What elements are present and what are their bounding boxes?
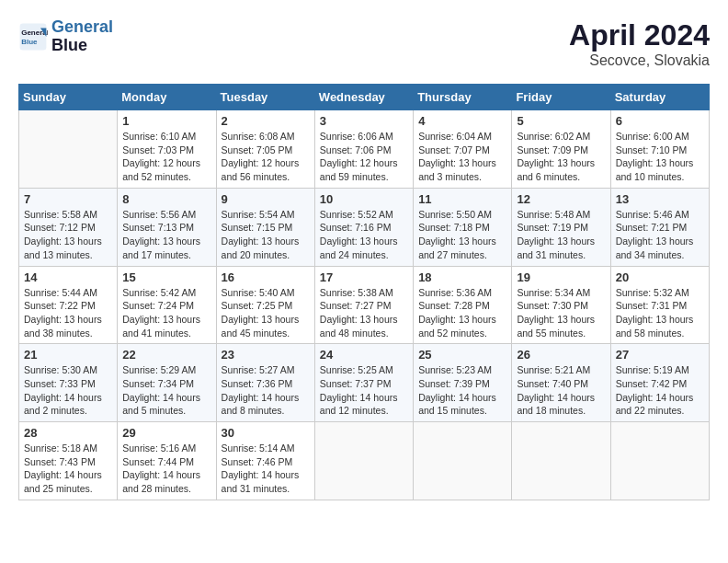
logo-text-line1: General bbox=[51, 18, 113, 37]
day-number: 13 bbox=[616, 192, 704, 206]
calendar-cell: 20Sunrise: 5:32 AMSunset: 7:31 PMDayligh… bbox=[610, 266, 709, 344]
calendar-week-row: 21Sunrise: 5:30 AMSunset: 7:33 PMDayligh… bbox=[19, 344, 710, 422]
day-number: 16 bbox=[222, 270, 310, 284]
day-info: Sunrise: 5:48 AMSunset: 7:19 PMDaylight:… bbox=[517, 208, 605, 262]
day-info: Sunrise: 6:10 AMSunset: 7:03 PMDaylight:… bbox=[122, 130, 210, 184]
svg-text:Blue: Blue bbox=[21, 38, 38, 46]
day-info: Sunrise: 5:50 AMSunset: 7:18 PMDaylight:… bbox=[418, 208, 506, 262]
title-block: April 2024 Secovce, Slovakia bbox=[569, 18, 710, 69]
day-info: Sunrise: 5:46 AMSunset: 7:21 PMDaylight:… bbox=[616, 208, 704, 262]
day-header-saturday: Saturday bbox=[610, 85, 709, 110]
day-info: Sunrise: 5:52 AMSunset: 7:16 PMDaylight:… bbox=[320, 208, 408, 262]
calendar-week-row: 7Sunrise: 5:58 AMSunset: 7:12 PMDaylight… bbox=[19, 188, 710, 266]
day-number: 30 bbox=[222, 426, 310, 440]
calendar-cell: 21Sunrise: 5:30 AMSunset: 7:33 PMDayligh… bbox=[19, 344, 118, 422]
day-number: 25 bbox=[418, 348, 506, 362]
calendar-cell: 5Sunrise: 6:02 AMSunset: 7:09 PMDaylight… bbox=[512, 110, 610, 189]
logo: General Blue General Blue bbox=[18, 18, 113, 55]
day-number: 29 bbox=[122, 426, 210, 440]
day-info: Sunrise: 5:44 AMSunset: 7:22 PMDaylight:… bbox=[24, 286, 112, 340]
day-info: Sunrise: 5:30 AMSunset: 7:33 PMDaylight:… bbox=[24, 363, 112, 418]
day-number: 9 bbox=[222, 192, 310, 206]
day-header-friday: Friday bbox=[512, 85, 610, 110]
calendar-cell: 23Sunrise: 5:27 AMSunset: 7:36 PMDayligh… bbox=[216, 344, 314, 422]
day-number: 7 bbox=[24, 192, 112, 206]
day-info: Sunrise: 5:36 AMSunset: 7:28 PMDaylight:… bbox=[418, 286, 506, 340]
day-header-thursday: Thursday bbox=[414, 85, 512, 110]
day-info: Sunrise: 5:23 AMSunset: 7:39 PMDaylight:… bbox=[418, 363, 506, 418]
day-info: Sunrise: 5:58 AMSunset: 7:12 PMDaylight:… bbox=[24, 208, 112, 262]
day-header-tuesday: Tuesday bbox=[216, 85, 314, 110]
day-info: Sunrise: 6:00 AMSunset: 7:10 PMDaylight:… bbox=[616, 130, 704, 184]
day-number: 20 bbox=[616, 270, 704, 284]
calendar-cell: 10Sunrise: 5:52 AMSunset: 7:16 PMDayligh… bbox=[314, 188, 413, 266]
calendar-cell bbox=[610, 422, 709, 500]
calendar-cell: 13Sunrise: 5:46 AMSunset: 7:21 PMDayligh… bbox=[610, 188, 709, 266]
calendar-cell: 26Sunrise: 5:21 AMSunset: 7:40 PMDayligh… bbox=[512, 344, 610, 422]
month-title: April 2024 bbox=[569, 18, 710, 52]
day-number: 6 bbox=[616, 114, 704, 128]
day-info: Sunrise: 5:21 AMSunset: 7:40 PMDaylight:… bbox=[517, 363, 605, 418]
day-info: Sunrise: 5:42 AMSunset: 7:24 PMDaylight:… bbox=[122, 286, 210, 340]
day-number: 15 bbox=[122, 270, 210, 284]
day-header-monday: Monday bbox=[118, 85, 216, 110]
calendar-header-row: SundayMondayTuesdayWednesdayThursdayFrid… bbox=[19, 85, 710, 110]
day-number: 22 bbox=[122, 348, 210, 362]
day-info: Sunrise: 6:06 AMSunset: 7:06 PMDaylight:… bbox=[320, 130, 408, 184]
calendar-cell: 12Sunrise: 5:48 AMSunset: 7:19 PMDayligh… bbox=[512, 188, 610, 266]
calendar-cell: 29Sunrise: 5:16 AMSunset: 7:44 PMDayligh… bbox=[118, 422, 216, 500]
day-info: Sunrise: 5:54 AMSunset: 7:15 PMDaylight:… bbox=[222, 208, 310, 262]
calendar-cell bbox=[414, 422, 512, 500]
calendar-cell: 8Sunrise: 5:56 AMSunset: 7:13 PMDaylight… bbox=[118, 188, 216, 266]
calendar-cell: 27Sunrise: 5:19 AMSunset: 7:42 PMDayligh… bbox=[610, 344, 709, 422]
day-number: 2 bbox=[222, 114, 310, 128]
day-number: 18 bbox=[418, 270, 506, 284]
calendar-cell: 3Sunrise: 6:06 AMSunset: 7:06 PMDaylight… bbox=[314, 110, 413, 189]
calendar-week-row: 1Sunrise: 6:10 AMSunset: 7:03 PMDaylight… bbox=[19, 110, 710, 189]
calendar-cell: 6Sunrise: 6:00 AMSunset: 7:10 PMDaylight… bbox=[610, 110, 709, 189]
day-number: 14 bbox=[24, 270, 112, 284]
calendar-cell: 9Sunrise: 5:54 AMSunset: 7:15 PMDaylight… bbox=[216, 188, 314, 266]
logo-icon: General Blue bbox=[18, 22, 48, 52]
calendar-cell: 24Sunrise: 5:25 AMSunset: 7:37 PMDayligh… bbox=[314, 344, 413, 422]
day-number: 21 bbox=[24, 348, 112, 362]
calendar-cell: 14Sunrise: 5:44 AMSunset: 7:22 PMDayligh… bbox=[19, 266, 118, 344]
day-info: Sunrise: 5:19 AMSunset: 7:42 PMDaylight:… bbox=[616, 363, 704, 418]
calendar-cell: 18Sunrise: 5:36 AMSunset: 7:28 PMDayligh… bbox=[414, 266, 512, 344]
calendar-cell: 22Sunrise: 5:29 AMSunset: 7:34 PMDayligh… bbox=[118, 344, 216, 422]
day-info: Sunrise: 5:38 AMSunset: 7:27 PMDaylight:… bbox=[320, 286, 408, 340]
calendar-cell: 25Sunrise: 5:23 AMSunset: 7:39 PMDayligh… bbox=[414, 344, 512, 422]
day-number: 24 bbox=[320, 348, 408, 362]
day-header-wednesday: Wednesday bbox=[314, 85, 413, 110]
calendar: SundayMondayTuesdayWednesdayThursdayFrid… bbox=[18, 84, 710, 500]
calendar-cell: 15Sunrise: 5:42 AMSunset: 7:24 PMDayligh… bbox=[118, 266, 216, 344]
day-info: Sunrise: 5:40 AMSunset: 7:25 PMDaylight:… bbox=[222, 286, 310, 340]
location: Secovce, Slovakia bbox=[569, 52, 710, 69]
page-header: General Blue General Blue April 2024 Sec… bbox=[18, 18, 710, 69]
calendar-cell: 1Sunrise: 6:10 AMSunset: 7:03 PMDaylight… bbox=[118, 110, 216, 189]
day-info: Sunrise: 5:56 AMSunset: 7:13 PMDaylight:… bbox=[122, 208, 210, 262]
calendar-week-row: 14Sunrise: 5:44 AMSunset: 7:22 PMDayligh… bbox=[19, 266, 710, 344]
calendar-cell: 2Sunrise: 6:08 AMSunset: 7:05 PMDaylight… bbox=[216, 110, 314, 189]
day-number: 4 bbox=[418, 114, 506, 128]
day-number: 5 bbox=[517, 114, 605, 128]
calendar-cell: 19Sunrise: 5:34 AMSunset: 7:30 PMDayligh… bbox=[512, 266, 610, 344]
day-number: 8 bbox=[122, 192, 210, 206]
day-info: Sunrise: 5:32 AMSunset: 7:31 PMDaylight:… bbox=[616, 286, 704, 340]
day-number: 11 bbox=[418, 192, 506, 206]
day-info: Sunrise: 5:14 AMSunset: 7:46 PMDaylight:… bbox=[222, 442, 310, 496]
calendar-week-row: 28Sunrise: 5:18 AMSunset: 7:43 PMDayligh… bbox=[19, 422, 710, 500]
day-info: Sunrise: 6:02 AMSunset: 7:09 PMDaylight:… bbox=[517, 130, 605, 184]
day-info: Sunrise: 5:25 AMSunset: 7:37 PMDaylight:… bbox=[320, 363, 408, 418]
day-number: 23 bbox=[222, 348, 310, 362]
day-number: 28 bbox=[24, 426, 112, 440]
calendar-cell: 30Sunrise: 5:14 AMSunset: 7:46 PMDayligh… bbox=[216, 422, 314, 500]
calendar-cell: 28Sunrise: 5:18 AMSunset: 7:43 PMDayligh… bbox=[19, 422, 118, 500]
day-header-sunday: Sunday bbox=[19, 85, 118, 110]
day-number: 1 bbox=[122, 114, 210, 128]
day-number: 19 bbox=[517, 270, 605, 284]
calendar-cell: 17Sunrise: 5:38 AMSunset: 7:27 PMDayligh… bbox=[314, 266, 413, 344]
day-number: 12 bbox=[517, 192, 605, 206]
calendar-cell bbox=[512, 422, 610, 500]
day-number: 27 bbox=[616, 348, 704, 362]
